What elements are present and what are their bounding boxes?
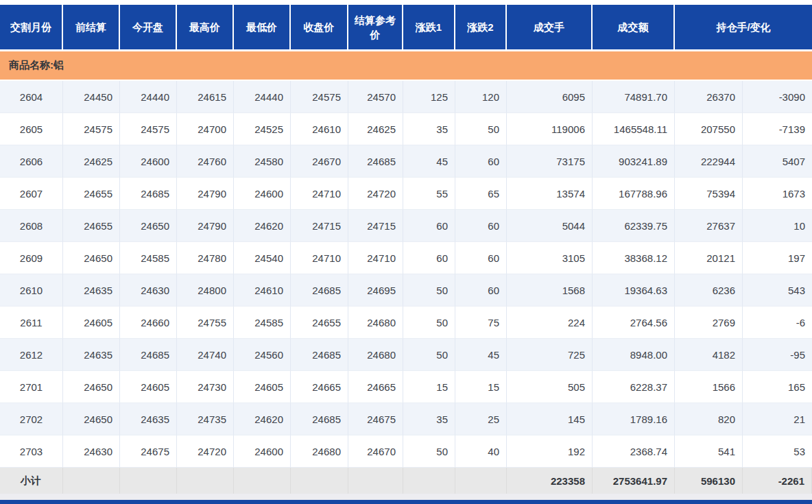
cell-high: 24790 (177, 178, 234, 210)
column-header-open-interest-change: 持仓手/变化 (675, 5, 812, 49)
cell-delivery-month: 2609 (0, 242, 63, 274)
column-header-label: 结算参考价 (353, 13, 398, 42)
cell-volume: 3105 (507, 242, 593, 274)
column-header-change2: 涨跌2 (455, 5, 507, 49)
column-header-prev-settlement: 前结算 (63, 5, 120, 49)
cell-volume: 119006 (507, 113, 593, 145)
cell-oi-change: -95 (743, 339, 812, 371)
subtotal-empty-cell (403, 468, 455, 494)
column-header-settlement-ref: 结算参考价 (348, 5, 403, 49)
cell-change2: 25 (455, 403, 507, 435)
cell-volume: 725 (507, 339, 593, 371)
table-row: 2702246502463524735246202468524675352514… (0, 403, 812, 435)
cell-close: 24710 (291, 242, 348, 274)
cell-oi-change: -6 (743, 307, 812, 339)
cell-change2: 65 (455, 178, 507, 210)
cell-change1: 35 (403, 403, 455, 435)
cell-prev-settlement: 24655 (63, 210, 120, 242)
cell-prev-settlement: 24650 (63, 242, 120, 274)
cell-open-interest: 6236 (675, 274, 743, 307)
cell-volume: 224 (507, 307, 593, 339)
cell-volume: 1568 (507, 274, 593, 307)
cell-high: 24800 (177, 274, 234, 307)
table-row: 2612246352468524740245602468524680504572… (0, 339, 812, 371)
cell-low: 24600 (234, 435, 291, 468)
cell-close: 24670 (291, 145, 348, 178)
column-header-delivery-month: 交割月份 (0, 5, 63, 49)
cell-oi-change: 165 (743, 371, 812, 403)
cell-prev-settlement: 24650 (63, 403, 120, 435)
column-header-high: 最高价 (177, 5, 234, 49)
subtotal-turnover: 2753641.97 (593, 468, 675, 494)
table-row: 2609246502458524780245402471024710606031… (0, 242, 812, 274)
cell-oi-change: 197 (743, 242, 812, 274)
column-header-label: 收盘价 (304, 20, 335, 34)
table-row: 2701246502460524730246052466524665151550… (0, 371, 812, 403)
cell-close: 24715 (291, 210, 348, 242)
cell-turnover: 2764.56 (593, 307, 675, 339)
cell-settlement-ref: 24685 (348, 145, 403, 178)
cell-low: 24585 (234, 307, 291, 339)
cell-settlement-ref: 24625 (348, 113, 403, 145)
table-row: 2703246302467524720246002468024670504019… (0, 435, 812, 468)
cell-change1: 45 (403, 145, 455, 178)
cell-open: 24685 (120, 339, 177, 371)
subtotal-open-interest: 596130 (675, 468, 743, 494)
column-header-label: 前结算 (75, 20, 106, 34)
cell-change2: 45 (455, 339, 507, 371)
subtotal-volume: 223358 (507, 468, 593, 494)
cell-turnover: 167788.96 (593, 178, 675, 210)
top-margin (0, 0, 812, 5)
cell-change2: 75 (455, 307, 507, 339)
cell-change2: 50 (455, 113, 507, 145)
cell-open-interest: 4182 (675, 339, 743, 371)
table-row: 2611246052466024755245852465524680507522… (0, 307, 812, 339)
table-row: 2608246552465024790246202471524715606050… (0, 210, 812, 242)
cell-open: 24660 (120, 307, 177, 339)
cell-delivery-month: 2606 (0, 145, 63, 178)
subtotal-empty-cell (234, 468, 291, 494)
cell-open-interest: 2769 (675, 307, 743, 339)
cell-oi-change: 21 (743, 403, 812, 435)
column-header-turnover: 成交额 (593, 5, 675, 49)
subtotal-row: 小计 223358 2753641.97 596130 -2261 (0, 468, 812, 494)
cell-settlement-ref: 24680 (348, 307, 403, 339)
cell-open: 24600 (120, 145, 177, 178)
cell-volume: 145 (507, 403, 593, 435)
cell-close: 24665 (291, 371, 348, 403)
cell-low: 24540 (234, 242, 291, 274)
column-header-low: 最低价 (234, 5, 291, 49)
table-row: 2607246552468524790246002471024720556513… (0, 178, 812, 210)
subtotal-label: 小计 (0, 468, 63, 494)
column-header-open: 今开盘 (120, 5, 177, 49)
column-header-change1: 涨跌1 (403, 5, 455, 49)
cell-change2: 60 (455, 274, 507, 307)
cell-change2: 60 (455, 210, 507, 242)
subtotal-empty-cell (63, 468, 120, 494)
cell-delivery-month: 2607 (0, 178, 63, 210)
cell-oi-change: -7139 (743, 113, 812, 145)
cell-delivery-month: 2605 (0, 113, 63, 145)
column-header-label: 今开盘 (132, 20, 163, 34)
quotes-table-body: 2604244502444024615244402457524570125120… (0, 81, 812, 468)
cell-change2: 60 (455, 242, 507, 274)
cell-open-interest: 26370 (675, 81, 743, 113)
cell-open: 24630 (120, 274, 177, 307)
cell-high: 24790 (177, 210, 234, 242)
cell-turnover: 38368.12 (593, 242, 675, 274)
cell-delivery-month: 2610 (0, 274, 63, 307)
cell-turnover: 1465548.11 (593, 113, 675, 145)
cell-prev-settlement: 24650 (63, 371, 120, 403)
subtotal-empty-cell (348, 468, 403, 494)
cell-high: 24720 (177, 435, 234, 468)
cell-change2: 40 (455, 435, 507, 468)
cell-prev-settlement: 24625 (63, 145, 120, 178)
subtotal-empty-cell (120, 468, 177, 494)
column-header-label: 成交额 (618, 20, 649, 34)
column-header-label: 交割月份 (10, 20, 51, 34)
cell-delivery-month: 2701 (0, 371, 63, 403)
cell-prev-settlement: 24635 (63, 274, 120, 307)
cell-volume: 192 (507, 435, 593, 468)
cell-turnover: 74891.70 (593, 81, 675, 113)
cell-low: 24600 (234, 178, 291, 210)
